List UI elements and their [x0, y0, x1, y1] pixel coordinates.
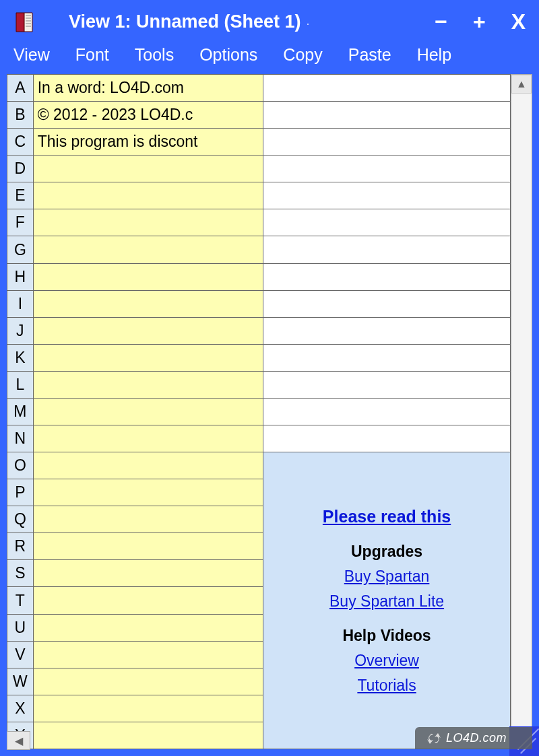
- cell-col-a[interactable]: [33, 156, 263, 182]
- table-row[interactable]: OPlease read thisUpgradesBuy SpartanBuy …: [7, 452, 511, 479]
- table-row[interactable]: CThis program is discont: [7, 129, 511, 156]
- cell-col-a[interactable]: This program is discont: [33, 129, 263, 156]
- menu-copy[interactable]: Copy: [283, 45, 322, 65]
- buy-spartan-lite-link[interactable]: Buy Spartan Lite: [329, 592, 444, 610]
- row-header[interactable]: G: [7, 236, 34, 263]
- row-header[interactable]: Q: [7, 506, 34, 533]
- cell-col-a[interactable]: [33, 641, 263, 668]
- table-row[interactable]: K: [7, 344, 511, 371]
- cell-col-a[interactable]: [33, 371, 263, 398]
- cell-col-a[interactable]: [33, 722, 263, 749]
- cell-col-b[interactable]: [263, 344, 511, 371]
- cell-col-b[interactable]: [263, 317, 511, 344]
- cell-col-b[interactable]: [263, 129, 511, 156]
- row-header[interactable]: I: [7, 290, 34, 317]
- row-header[interactable]: K: [7, 344, 34, 371]
- row-header[interactable]: L: [7, 371, 34, 398]
- close-button[interactable]: X: [511, 9, 526, 34]
- cell-col-b[interactable]: [263, 156, 511, 182]
- table-row[interactable]: I: [7, 290, 511, 317]
- buy-spartan-link[interactable]: Buy Spartan: [344, 568, 430, 585]
- cell-col-b[interactable]: [263, 75, 511, 102]
- row-header[interactable]: W: [7, 668, 34, 695]
- menu-paste[interactable]: Paste: [348, 45, 391, 65]
- cell-col-a[interactable]: [33, 506, 263, 533]
- table-row[interactable]: J: [7, 317, 511, 344]
- scroll-track[interactable]: [511, 94, 532, 730]
- cell-col-a[interactable]: [33, 560, 263, 587]
- tutorials-link[interactable]: Tutorials: [357, 677, 416, 694]
- spreadsheet-grid[interactable]: AIn a word: LO4D.comB© 2012 - 2023 LO4D.…: [7, 74, 511, 749]
- row-header[interactable]: S: [7, 560, 34, 587]
- titlebar[interactable]: View 1: Unnamed (Sheet 1)· − + X: [0, 0, 539, 41]
- info-panel: Please read thisUpgradesBuy SpartanBuy S…: [263, 452, 511, 749]
- row-header[interactable]: B: [7, 102, 34, 129]
- menu-tools[interactable]: Tools: [135, 45, 174, 65]
- please-read-this-link[interactable]: Please read this: [323, 507, 451, 526]
- row-header[interactable]: H: [7, 263, 34, 290]
- cell-col-a[interactable]: [33, 695, 263, 722]
- vertical-scrollbar[interactable]: ▲ ▼: [511, 74, 532, 749]
- row-header[interactable]: J: [7, 317, 34, 344]
- row-header[interactable]: V: [7, 641, 34, 668]
- cell-col-a[interactable]: [33, 398, 263, 425]
- cell-col-a[interactable]: [33, 425, 263, 452]
- cell-col-a[interactable]: [33, 263, 263, 290]
- cell-col-a[interactable]: [33, 614, 263, 641]
- cell-col-a[interactable]: [33, 290, 263, 317]
- cell-col-b[interactable]: [263, 236, 511, 263]
- row-header[interactable]: N: [7, 425, 34, 452]
- cell-col-b[interactable]: [263, 371, 511, 398]
- scroll-up-icon[interactable]: ▲: [511, 75, 532, 94]
- row-header[interactable]: D: [7, 156, 34, 182]
- cell-col-a[interactable]: © 2012 - 2023 LO4D.c: [33, 102, 263, 129]
- scroll-left-icon[interactable]: ◀: [7, 731, 30, 750]
- cell-col-b[interactable]: [263, 182, 511, 209]
- row-header[interactable]: X: [7, 695, 34, 722]
- cell-col-a[interactable]: [33, 182, 263, 209]
- cell-col-b[interactable]: [263, 263, 511, 290]
- maximize-button[interactable]: +: [473, 9, 486, 34]
- row-header[interactable]: R: [7, 533, 34, 560]
- cell-col-a[interactable]: In a word: LO4D.com: [33, 75, 263, 102]
- table-row[interactable]: H: [7, 263, 511, 290]
- row-header[interactable]: A: [7, 75, 34, 102]
- menu-help[interactable]: Help: [417, 45, 451, 65]
- row-header[interactable]: O: [7, 452, 34, 479]
- cell-col-b[interactable]: [263, 398, 511, 425]
- cell-col-a[interactable]: [33, 209, 263, 236]
- menu-font[interactable]: Font: [75, 45, 109, 65]
- table-row[interactable]: M: [7, 398, 511, 425]
- cell-col-a[interactable]: [33, 668, 263, 695]
- table-row[interactable]: E: [7, 182, 511, 209]
- menu-options[interactable]: Options: [199, 45, 257, 65]
- table-row[interactable]: F: [7, 209, 511, 236]
- row-header[interactable]: E: [7, 182, 34, 209]
- cell-col-b[interactable]: [263, 290, 511, 317]
- minimize-button[interactable]: −: [435, 9, 447, 34]
- cell-col-a[interactable]: [33, 236, 263, 263]
- cell-col-b[interactable]: [263, 425, 511, 452]
- cell-col-a[interactable]: [33, 344, 263, 371]
- cell-col-b[interactable]: [263, 209, 511, 236]
- cell-col-a[interactable]: [33, 479, 263, 506]
- row-header[interactable]: M: [7, 398, 34, 425]
- cell-col-a[interactable]: [33, 533, 263, 560]
- menu-view[interactable]: View: [13, 45, 50, 65]
- table-row[interactable]: AIn a word: LO4D.com: [7, 75, 511, 102]
- overview-link[interactable]: Overview: [354, 652, 419, 669]
- cell-col-a[interactable]: [33, 317, 263, 344]
- cell-col-a[interactable]: [33, 587, 263, 614]
- row-header[interactable]: U: [7, 614, 34, 641]
- table-row[interactable]: N: [7, 425, 511, 452]
- cell-col-b[interactable]: [263, 102, 511, 129]
- table-row[interactable]: B© 2012 - 2023 LO4D.c: [7, 102, 511, 129]
- row-header[interactable]: T: [7, 587, 34, 614]
- row-header[interactable]: F: [7, 209, 34, 236]
- cell-col-a[interactable]: [33, 452, 263, 479]
- table-row[interactable]: D: [7, 156, 511, 182]
- table-row[interactable]: L: [7, 371, 511, 398]
- table-row[interactable]: G: [7, 236, 511, 263]
- row-header[interactable]: P: [7, 479, 34, 506]
- row-header[interactable]: C: [7, 129, 34, 156]
